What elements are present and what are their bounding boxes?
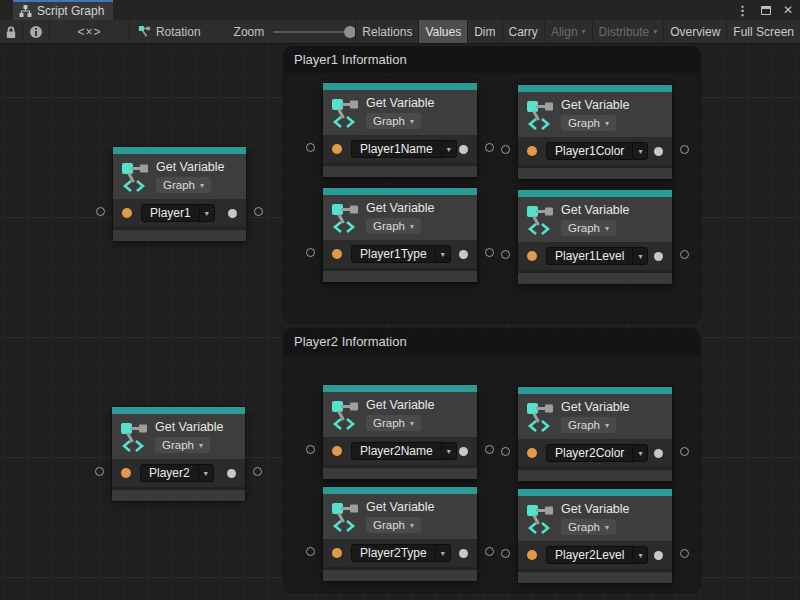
scope-dropdown[interactable]: Graph ▾ — [561, 417, 616, 433]
variable-dropdown-caret[interactable]: ▾ — [441, 141, 456, 157]
kebab-menu-icon[interactable]: ⋮ — [736, 4, 749, 17]
output-port-ring[interactable] — [680, 145, 689, 154]
maximize-icon[interactable] — [761, 6, 771, 15]
variable-dropdown-caret[interactable]: ▾ — [435, 545, 450, 561]
node-get-variable-player2type[interactable]: Get Variable Graph ▾ Player2Type ▾ — [323, 487, 477, 581]
output-port-dot[interactable] — [654, 551, 663, 560]
input-port-ring[interactable] — [501, 250, 510, 259]
variable-dropdown[interactable]: Player2Name ▾ — [351, 442, 457, 460]
scope-dropdown[interactable]: Graph ▾ — [366, 415, 421, 431]
input-port-ring[interactable] — [306, 547, 315, 556]
output-port-ring[interactable] — [485, 248, 494, 257]
toolbar-button-dim[interactable]: Dim — [468, 20, 502, 43]
scope-dropdown[interactable]: Graph ▾ — [561, 115, 616, 131]
output-port-dot[interactable] — [654, 449, 663, 458]
output-port-dot[interactable] — [459, 250, 468, 259]
toolbar-button-distribute[interactable]: Distribute▾ — [593, 20, 665, 43]
graph-canvas[interactable]: Player1 Information Player2 Information … — [0, 44, 800, 600]
input-port-dot[interactable] — [527, 251, 537, 261]
input-port-dot[interactable] — [332, 144, 342, 154]
node-header[interactable]: Get Variable Graph ▾ — [323, 494, 477, 539]
scope-dropdown[interactable]: Graph ▾ — [155, 437, 210, 453]
variable-dropdown-caret[interactable]: ▾ — [632, 547, 647, 563]
node-get-variable-player1level[interactable]: Get Variable Graph ▾ Player1Level ▾ — [518, 190, 672, 284]
toolbar-button-relations[interactable]: Relations — [356, 20, 419, 43]
input-port-dot[interactable] — [121, 468, 131, 478]
group-header[interactable]: Player1 Information — [284, 47, 700, 73]
output-port-ring[interactable] — [680, 250, 689, 259]
input-port-dot[interactable] — [122, 208, 132, 218]
input-port-dot[interactable] — [527, 146, 537, 156]
output-port-ring[interactable] — [253, 467, 262, 476]
node-header[interactable]: Get Variable Graph ▾ — [323, 90, 477, 135]
toolbar-button-values[interactable]: Values — [419, 20, 468, 43]
variable-dropdown[interactable]: Player2Level ▾ — [546, 546, 648, 564]
scope-dropdown[interactable]: Graph ▾ — [366, 517, 421, 533]
scope-dropdown[interactable]: Graph ▾ — [366, 218, 421, 234]
variable-dropdown[interactable]: Player1Color ▾ — [546, 142, 648, 160]
input-port-ring[interactable] — [501, 145, 510, 154]
scope-dropdown[interactable]: Graph ▾ — [561, 519, 616, 535]
node-header[interactable]: Get Variable Graph ▾ — [323, 195, 477, 240]
output-port-ring[interactable] — [680, 447, 689, 456]
zoom-slider[interactable] — [273, 31, 352, 33]
toolbar-button-carry[interactable]: Carry — [503, 20, 545, 43]
output-port-dot[interactable] — [228, 209, 237, 218]
variable-dropdown-caret[interactable]: ▾ — [441, 443, 456, 459]
output-port-dot[interactable] — [459, 447, 468, 456]
node-header[interactable]: Get Variable Graph ▾ — [113, 154, 246, 199]
node-get-variable-player1color[interactable]: Get Variable Graph ▾ Player1Color ▾ — [518, 85, 672, 179]
input-port-dot[interactable] — [332, 249, 342, 259]
output-port-ring[interactable] — [485, 445, 494, 454]
variable-dropdown[interactable]: Player2Color ▾ — [546, 444, 648, 462]
code-ports-button[interactable]: <×> — [50, 20, 130, 43]
input-port-ring[interactable] — [501, 549, 510, 558]
toolbar-button-overview[interactable]: Overview — [664, 20, 727, 43]
output-port-ring[interactable] — [485, 143, 494, 152]
output-port-dot[interactable] — [459, 145, 468, 154]
node-get-variable-player1name[interactable]: Get Variable Graph ▾ Player1Name ▾ — [323, 83, 477, 177]
close-icon[interactable]: ✕ — [783, 4, 793, 16]
node-get-variable-player2level[interactable]: Get Variable Graph ▾ Player2Level ▾ — [518, 489, 672, 583]
input-port-ring[interactable] — [306, 143, 315, 152]
variable-dropdown[interactable]: Player1Type ▾ — [351, 245, 451, 263]
input-port-dot[interactable] — [527, 448, 537, 458]
variable-dropdown-caret[interactable]: ▾ — [198, 465, 213, 481]
output-port-ring[interactable] — [254, 207, 263, 216]
node-header[interactable]: Get Variable Graph ▾ — [112, 414, 245, 459]
node-get-variable-player1type[interactable]: Get Variable Graph ▾ Player1Type ▾ — [323, 188, 477, 282]
variable-dropdown-caret[interactable]: ▾ — [632, 248, 647, 264]
output-port-ring[interactable] — [680, 549, 689, 558]
node-get-variable-player2[interactable]: Get Variable Graph ▾ Player2 ▾ — [112, 407, 245, 501]
node-header[interactable]: Get Variable Graph ▾ — [518, 197, 672, 242]
input-port-ring[interactable] — [501, 447, 510, 456]
input-port-ring[interactable] — [95, 467, 104, 476]
variable-dropdown-caret[interactable]: ▾ — [199, 205, 214, 221]
variable-dropdown-caret[interactable]: ▾ — [632, 445, 647, 461]
variable-dropdown[interactable]: Player1Level ▾ — [546, 247, 648, 265]
node-get-variable-player2color[interactable]: Get Variable Graph ▾ Player2Color ▾ — [518, 387, 672, 481]
input-port-dot[interactable] — [332, 446, 342, 456]
node-header[interactable]: Get Variable Graph ▾ — [518, 92, 672, 137]
node-get-variable-player1[interactable]: Get Variable Graph ▾ Player1 ▾ — [113, 147, 246, 241]
toolbar-button-full-screen[interactable]: Full Screen — [727, 20, 800, 43]
output-port-dot[interactable] — [227, 469, 236, 478]
group-header[interactable]: Player2 Information — [284, 329, 700, 355]
variable-dropdown[interactable]: Player1 ▾ — [141, 204, 215, 222]
input-port-ring[interactable] — [306, 248, 315, 257]
node-header[interactable]: Get Variable Graph ▾ — [323, 392, 477, 437]
output-port-dot[interactable] — [654, 252, 663, 261]
output-port-dot[interactable] — [654, 147, 663, 156]
node-header[interactable]: Get Variable Graph ▾ — [518, 496, 672, 541]
scope-dropdown[interactable]: Graph ▾ — [366, 113, 421, 129]
scope-dropdown[interactable]: Graph ▾ — [561, 220, 616, 236]
tab-script-graph[interactable]: Script Graph — [13, 0, 113, 20]
input-port-ring[interactable] — [306, 445, 315, 454]
node-get-variable-player2name[interactable]: Get Variable Graph ▾ Player2Name ▾ — [323, 385, 477, 479]
output-port-ring[interactable] — [485, 547, 494, 556]
lock-button[interactable] — [0, 20, 23, 43]
variable-dropdown[interactable]: Player2Type ▾ — [351, 544, 451, 562]
variable-dropdown[interactable]: Player1Name ▾ — [351, 140, 457, 158]
variable-dropdown-caret[interactable]: ▾ — [435, 246, 450, 262]
output-port-dot[interactable] — [459, 549, 468, 558]
